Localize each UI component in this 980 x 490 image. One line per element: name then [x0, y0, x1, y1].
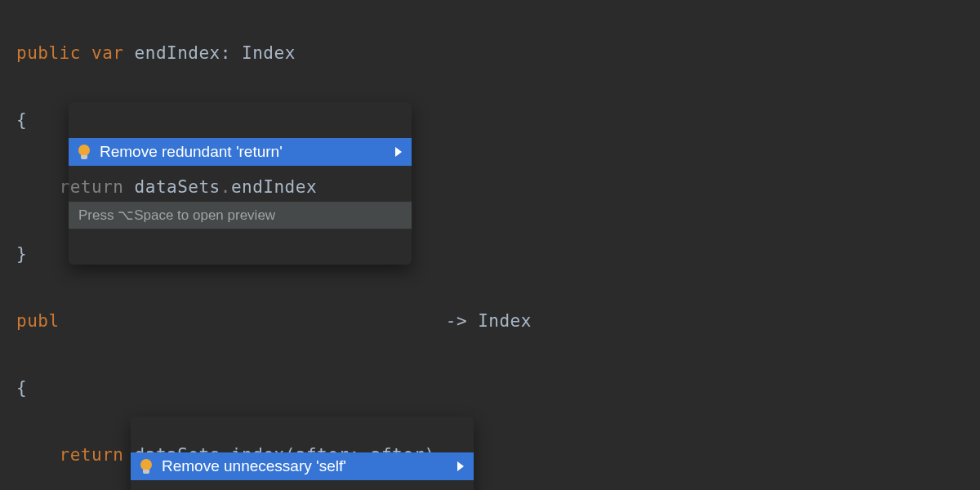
identifier: endIndex [135, 43, 220, 63]
code-editor[interactable]: public var endIndex: Index { return data… [0, 0, 980, 490]
code-line: publ -> Index [16, 305, 980, 338]
brace-open: { [16, 110, 27, 130]
quick-fix-action-remove-self[interactable]: Remove unnecessary 'self' [131, 452, 474, 480]
lightbulb-icon [139, 459, 154, 474]
quick-fix-action-remove-return[interactable]: Remove redundant 'return' [69, 138, 412, 166]
quick-fix-popup-self: Remove unnecessary 'self' Press ⌥Space t… [131, 416, 474, 490]
chevron-right-icon[interactable] [395, 147, 402, 157]
lightbulb-icon [77, 145, 91, 159]
code-line: { [16, 372, 980, 405]
quick-fix-hint: Press ⌥Space to open preview [69, 202, 412, 229]
brace-close: } [16, 244, 27, 264]
type: Index [478, 311, 532, 331]
quick-fix-action-label: Remove unnecessary 'self' [162, 457, 346, 475]
type: Index [242, 43, 296, 63]
code-line: public var endIndex: Index [16, 37, 980, 70]
keyword-public-fragment: publ [16, 311, 60, 331]
colon: : [220, 43, 231, 63]
brace-open: { [16, 378, 27, 398]
quick-fix-popup-return: Remove redundant 'return' Press ⌥Space t… [69, 102, 412, 265]
keyword-public: public [16, 43, 81, 63]
quick-fix-action-label: Remove redundant 'return' [100, 143, 283, 161]
chevron-right-icon[interactable] [457, 461, 464, 471]
keyword-var: var [91, 43, 123, 63]
keyword-return: return [60, 445, 124, 465]
arrow: -> [446, 311, 467, 331]
